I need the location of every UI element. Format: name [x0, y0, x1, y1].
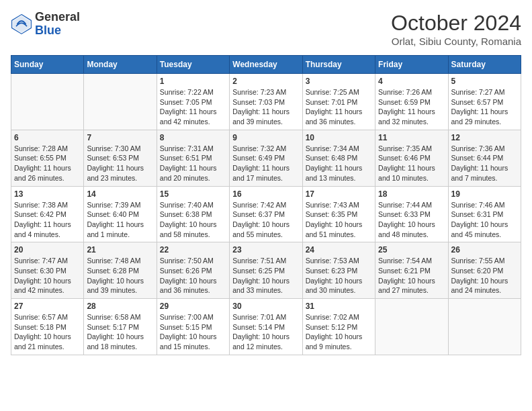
- day-number: 7: [87, 133, 153, 142]
- day-number: 19: [451, 189, 518, 199]
- calendar-cell: 30Sunrise: 7:01 AM Sunset: 5:14 PM Dayli…: [230, 299, 302, 355]
- calendar-week-4: 20Sunrise: 7:47 AM Sunset: 6:30 PM Dayli…: [11, 242, 521, 299]
- calendar-cell: 22Sunrise: 7:50 AM Sunset: 6:26 PM Dayli…: [157, 242, 229, 299]
- day-content: Sunrise: 7:01 AM Sunset: 5:14 PM Dayligh…: [232, 312, 299, 352]
- calendar-cell: [84, 74, 157, 130]
- calendar-cell: 10Sunrise: 7:34 AM Sunset: 6:48 PM Dayli…: [302, 130, 375, 186]
- day-content: Sunrise: 7:51 AM Sunset: 6:25 PM Dayligh…: [232, 256, 299, 295]
- calendar-cell: 4Sunrise: 7:26 AM Sunset: 6:59 PM Daylig…: [375, 74, 448, 130]
- day-content: Sunrise: 7:32 AM Sunset: 6:49 PM Dayligh…: [232, 144, 299, 183]
- logo: General Blue: [11, 11, 80, 38]
- day-content: Sunrise: 7:54 AM Sunset: 6:21 PM Dayligh…: [378, 256, 445, 295]
- day-number: 11: [378, 133, 445, 142]
- day-number: 1: [160, 77, 226, 86]
- calendar-week-5: 27Sunrise: 6:57 AM Sunset: 5:18 PM Dayli…: [11, 299, 521, 355]
- day-content: Sunrise: 7:28 AM Sunset: 6:55 PM Dayligh…: [14, 144, 81, 183]
- day-header-thursday: Thursday: [302, 56, 375, 74]
- day-number: 14: [87, 189, 153, 199]
- day-number: 6: [14, 133, 81, 142]
- day-number: 25: [378, 245, 445, 255]
- day-content: Sunrise: 7:30 AM Sunset: 6:53 PM Dayligh…: [87, 144, 153, 183]
- logo-blue-text: Blue: [35, 24, 61, 37]
- day-header-monday: Monday: [84, 56, 157, 74]
- day-content: Sunrise: 7:31 AM Sunset: 6:51 PM Dayligh…: [160, 144, 226, 183]
- calendar-cell: 14Sunrise: 7:39 AM Sunset: 6:40 PM Dayli…: [84, 186, 157, 242]
- calendar-cell: [375, 299, 448, 355]
- day-number: 15: [160, 189, 226, 199]
- calendar-cell: 6Sunrise: 7:28 AM Sunset: 6:55 PM Daylig…: [11, 130, 84, 186]
- day-number: 23: [232, 245, 299, 255]
- location-text: Orlat, Sibiu County, Romania: [391, 36, 521, 47]
- calendar-cell: 8Sunrise: 7:31 AM Sunset: 6:51 PM Daylig…: [157, 130, 229, 186]
- day-number: 24: [306, 245, 372, 255]
- calendar-week-2: 6Sunrise: 7:28 AM Sunset: 6:55 PM Daylig…: [11, 130, 521, 186]
- day-content: Sunrise: 7:43 AM Sunset: 6:35 PM Dayligh…: [306, 200, 372, 240]
- day-number: 3: [306, 77, 372, 86]
- month-title: October 2024: [391, 11, 521, 36]
- calendar-week-3: 13Sunrise: 7:38 AM Sunset: 6:42 PM Dayli…: [11, 186, 521, 242]
- day-number: 27: [14, 302, 81, 311]
- day-content: Sunrise: 7:48 AM Sunset: 6:28 PM Dayligh…: [87, 256, 153, 295]
- day-number: 17: [306, 189, 372, 199]
- calendar-cell: 13Sunrise: 7:38 AM Sunset: 6:42 PM Dayli…: [11, 186, 84, 242]
- day-header-sunday: Sunday: [11, 56, 84, 74]
- calendar-cell: 20Sunrise: 7:47 AM Sunset: 6:30 PM Dayli…: [11, 242, 84, 299]
- calendar-cell: 25Sunrise: 7:54 AM Sunset: 6:21 PM Dayli…: [375, 242, 448, 299]
- calendar-cell: 1Sunrise: 7:22 AM Sunset: 7:05 PM Daylig…: [157, 74, 229, 130]
- day-number: 8: [160, 133, 226, 142]
- day-content: Sunrise: 7:50 AM Sunset: 6:26 PM Dayligh…: [160, 256, 226, 295]
- calendar-cell: 18Sunrise: 7:44 AM Sunset: 6:33 PM Dayli…: [375, 186, 448, 242]
- day-number: 16: [232, 189, 299, 199]
- day-content: Sunrise: 7:53 AM Sunset: 6:23 PM Dayligh…: [306, 256, 372, 295]
- day-content: Sunrise: 7:47 AM Sunset: 6:30 PM Dayligh…: [14, 256, 81, 295]
- calendar-cell: 16Sunrise: 7:42 AM Sunset: 6:37 PM Dayli…: [230, 186, 302, 242]
- day-number: 22: [160, 245, 226, 255]
- day-content: Sunrise: 7:23 AM Sunset: 7:03 PM Dayligh…: [232, 87, 299, 127]
- day-content: Sunrise: 6:58 AM Sunset: 5:17 PM Dayligh…: [87, 312, 153, 352]
- day-content: Sunrise: 7:27 AM Sunset: 6:57 PM Dayligh…: [451, 87, 518, 127]
- calendar-cell: 31Sunrise: 7:02 AM Sunset: 5:12 PM Dayli…: [302, 299, 375, 355]
- day-number: 12: [451, 133, 518, 142]
- day-number: 2: [232, 77, 299, 86]
- day-content: Sunrise: 7:00 AM Sunset: 5:15 PM Dayligh…: [160, 312, 226, 352]
- calendar-week-1: 1Sunrise: 7:22 AM Sunset: 7:05 PM Daylig…: [11, 74, 521, 130]
- calendar-cell: 12Sunrise: 7:36 AM Sunset: 6:44 PM Dayli…: [448, 130, 521, 186]
- day-content: Sunrise: 7:42 AM Sunset: 6:37 PM Dayligh…: [232, 200, 299, 240]
- calendar-cell: 19Sunrise: 7:46 AM Sunset: 6:31 PM Dayli…: [448, 186, 521, 242]
- day-content: Sunrise: 7:40 AM Sunset: 6:38 PM Dayligh…: [160, 200, 226, 240]
- calendar-cell: 11Sunrise: 7:35 AM Sunset: 6:46 PM Dayli…: [375, 130, 448, 186]
- day-number: 18: [378, 189, 445, 199]
- logo-general-text: General: [35, 10, 80, 24]
- logo-icon: [11, 13, 32, 35]
- calendar-table: SundayMondayTuesdayWednesdayThursdayFrid…: [11, 55, 521, 355]
- calendar-header-row: SundayMondayTuesdayWednesdayThursdayFrid…: [11, 56, 521, 74]
- day-content: Sunrise: 7:34 AM Sunset: 6:48 PM Dayligh…: [306, 144, 372, 183]
- day-header-friday: Friday: [375, 56, 448, 74]
- day-content: Sunrise: 7:22 AM Sunset: 7:05 PM Dayligh…: [160, 87, 226, 127]
- day-number: 10: [306, 133, 372, 142]
- day-number: 29: [160, 302, 226, 311]
- day-header-saturday: Saturday: [448, 56, 521, 74]
- day-number: 28: [87, 302, 153, 311]
- calendar-cell: [11, 74, 84, 130]
- calendar-cell: 23Sunrise: 7:51 AM Sunset: 6:25 PM Dayli…: [230, 242, 302, 299]
- day-header-wednesday: Wednesday: [230, 56, 302, 74]
- day-content: Sunrise: 7:38 AM Sunset: 6:42 PM Dayligh…: [14, 200, 81, 240]
- calendar-cell: 5Sunrise: 7:27 AM Sunset: 6:57 PM Daylig…: [448, 74, 521, 130]
- day-content: Sunrise: 7:44 AM Sunset: 6:33 PM Dayligh…: [378, 200, 445, 240]
- day-number: 26: [451, 245, 518, 255]
- day-content: Sunrise: 6:57 AM Sunset: 5:18 PM Dayligh…: [14, 312, 81, 352]
- day-content: Sunrise: 7:39 AM Sunset: 6:40 PM Dayligh…: [87, 200, 153, 240]
- day-content: Sunrise: 7:26 AM Sunset: 6:59 PM Dayligh…: [378, 87, 445, 127]
- day-number: 30: [232, 302, 299, 311]
- day-number: 13: [14, 189, 81, 199]
- day-number: 31: [306, 302, 372, 311]
- day-number: 4: [378, 77, 445, 86]
- day-number: 21: [87, 245, 153, 255]
- day-content: Sunrise: 7:02 AM Sunset: 5:12 PM Dayligh…: [306, 312, 372, 352]
- calendar-cell: 26Sunrise: 7:55 AM Sunset: 6:20 PM Dayli…: [448, 242, 521, 299]
- calendar-cell: 17Sunrise: 7:43 AM Sunset: 6:35 PM Dayli…: [302, 186, 375, 242]
- day-content: Sunrise: 7:35 AM Sunset: 6:46 PM Dayligh…: [378, 144, 445, 183]
- day-content: Sunrise: 7:46 AM Sunset: 6:31 PM Dayligh…: [451, 200, 518, 240]
- title-block: October 2024 Orlat, Sibiu County, Romani…: [391, 11, 521, 47]
